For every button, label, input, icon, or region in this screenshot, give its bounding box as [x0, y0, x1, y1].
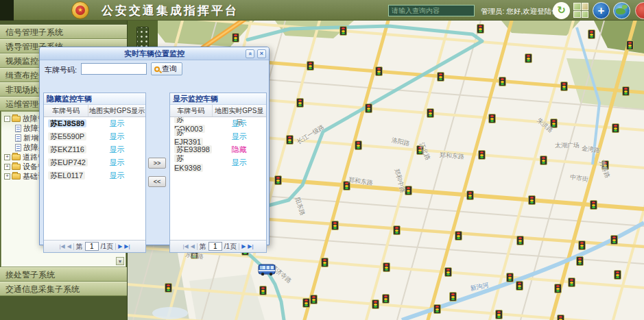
- table-row[interactable]: 苏E5590P显示: [44, 130, 145, 143]
- traffic-light-icon[interactable]: [578, 241, 586, 250]
- collapse-icon[interactable]: «: [246, 49, 254, 58]
- first-page-icon[interactable]: |◀: [182, 243, 188, 249]
- traffic-light-icon[interactable]: [576, 256, 584, 266]
- traffic-light-icon[interactable]: [478, 150, 486, 160]
- traffic-light-icon[interactable]: [455, 231, 462, 241]
- traffic-light-icon[interactable]: [375, 66, 383, 76]
- move-right-button[interactable]: >>: [148, 158, 166, 169]
- traffic-light-icon[interactable]: [466, 190, 474, 200]
- gps-display-link[interactable]: 显示: [88, 132, 145, 142]
- last-page-icon[interactable]: ▶|: [124, 243, 130, 249]
- gps-display-link[interactable]: 显示: [88, 171, 145, 181]
- first-page-icon[interactable]: |◀: [59, 243, 64, 249]
- gps-display-link[interactable]: 隐藏: [213, 145, 266, 155]
- traffic-light-icon[interactable]: [626, 40, 634, 50]
- traffic-light-icon[interactable]: [355, 140, 362, 150]
- traffic-light-icon[interactable]: [302, 298, 310, 308]
- map-tiles-icon[interactable]: [573, 3, 588, 18]
- traffic-light-icon[interactable]: [488, 114, 496, 123]
- expand-box-icon[interactable]: +: [4, 173, 10, 180]
- traffic-light-icon[interactable]: [165, 283, 172, 293]
- traffic-light-icon[interactable]: [568, 278, 575, 287]
- toolbar-drag-handle-icon[interactable]: [136, 27, 149, 47]
- sidebar-item-1[interactable]: 交通信息采集子系统: [0, 282, 127, 296]
- traffic-light-icon[interactable]: [588, 29, 595, 39]
- prev-page-icon[interactable]: ◀: [191, 243, 195, 249]
- table-row[interactable]: 苏EJ8S89显示: [44, 117, 145, 130]
- page-number-input[interactable]: [85, 242, 99, 251]
- traffic-light-icon[interactable]: [540, 156, 547, 165]
- traffic-light-icon[interactable]: [296, 98, 304, 108]
- page-number-input[interactable]: [208, 242, 222, 251]
- traffic-light-icon[interactable]: [339, 26, 347, 36]
- traffic-light-icon[interactable]: [449, 292, 457, 301]
- traffic-light-icon[interactable]: [427, 108, 434, 118]
- last-page-icon[interactable]: ▶|: [248, 243, 253, 249]
- traffic-light-icon[interactable]: [590, 200, 597, 210]
- close-icon[interactable]: ×: [257, 49, 266, 58]
- traffic-light-icon[interactable]: [516, 281, 523, 291]
- traffic-light-icon[interactable]: [560, 82, 568, 91]
- traffic-light-icon[interactable]: [557, 315, 564, 320]
- gps-display-link[interactable]: 显示: [88, 119, 145, 129]
- traffic-light-icon[interactable]: [274, 175, 282, 185]
- traffic-light-icon[interactable]: [321, 258, 329, 267]
- gps-display-link[interactable]: 显示: [213, 158, 266, 168]
- traffic-light-icon[interactable]: [444, 267, 452, 277]
- traffic-light-icon[interactable]: [525, 53, 532, 63]
- expand-box-icon[interactable]: +: [4, 154, 10, 160]
- next-page-icon[interactable]: ▶: [118, 243, 122, 249]
- gps-display-link[interactable]: 显示: [213, 119, 266, 129]
- table-row[interactable]: 苏EL0117显示: [44, 169, 145, 182]
- sidebar-item-0[interactable]: 信号管理子系统: [0, 25, 127, 39]
- table-row[interactable]: 苏EK9398显示: [170, 156, 266, 169]
- traffic-light-icon[interactable]: [612, 123, 619, 133]
- police-badge-icon: ★: [71, 1, 89, 19]
- gps-display-link[interactable]: 显示: [88, 158, 145, 168]
- traffic-light-icon[interactable]: [614, 270, 621, 280]
- traffic-light-icon[interactable]: [331, 221, 339, 230]
- header-search-input[interactable]: [388, 5, 475, 16]
- table-row[interactable]: 苏EJR391显示: [170, 130, 266, 143]
- search-button[interactable]: 查询: [151, 62, 182, 75]
- next-page-icon[interactable]: ▶: [241, 243, 246, 249]
- traffic-light-icon[interactable]: [365, 103, 372, 113]
- zoom-in-icon[interactable]: +: [593, 2, 610, 19]
- table-row[interactable]: 苏EUP742显示: [44, 156, 145, 169]
- traffic-light-icon[interactable]: [310, 295, 318, 304]
- traffic-light-icon[interactable]: [499, 77, 506, 86]
- gps-display-link[interactable]: 显示: [88, 145, 145, 155]
- tree-scroll-down-icon[interactable]: ▼: [116, 257, 124, 265]
- traffic-light-icon[interactable]: [528, 195, 536, 205]
- traffic-light-icon[interactable]: [477, 24, 484, 34]
- traffic-light-icon[interactable]: [382, 294, 390, 304]
- traffic-light-icon[interactable]: [259, 286, 267, 295]
- collapse-box-icon[interactable]: -: [4, 116, 10, 122]
- traffic-light-icon[interactable]: [622, 86, 630, 96]
- expand-box-icon[interactable]: +: [4, 164, 10, 170]
- traffic-light-icon[interactable]: [437, 72, 444, 82]
- traffic-light-icon[interactable]: [286, 135, 294, 145]
- alert-icon[interactable]: [635, 2, 644, 19]
- dialog-titlebar[interactable]: 实时车辆位置监控 « ×: [40, 47, 269, 60]
- traffic-light-icon[interactable]: [232, 33, 239, 42]
- table-row[interactable]: 苏EKZ116显示: [44, 143, 145, 156]
- globe-icon[interactable]: [613, 2, 630, 19]
- refresh-icon[interactable]: ↻: [553, 2, 570, 19]
- police-bus-icon[interactable]: [258, 262, 276, 276]
- traffic-light-icon[interactable]: [506, 273, 514, 282]
- gps-display-link[interactable]: 显示: [213, 132, 266, 142]
- traffic-light-icon[interactable]: [307, 61, 314, 71]
- traffic-light-icon[interactable]: [393, 225, 401, 235]
- plate-number-input[interactable]: [81, 63, 147, 75]
- sidebar-item-0[interactable]: 接处警子系统: [0, 267, 127, 282]
- traffic-light-icon[interactable]: [383, 262, 390, 272]
- move-left-button[interactable]: <<: [148, 176, 166, 187]
- traffic-light-icon[interactable]: [516, 236, 524, 245]
- traffic-light-icon[interactable]: [554, 284, 562, 293]
- traffic-light-icon[interactable]: [495, 310, 503, 319]
- traffic-light-icon[interactable]: [372, 299, 379, 309]
- traffic-light-icon[interactable]: [433, 304, 441, 314]
- prev-page-icon[interactable]: ◀: [67, 243, 71, 249]
- traffic-light-icon[interactable]: [610, 235, 618, 245]
